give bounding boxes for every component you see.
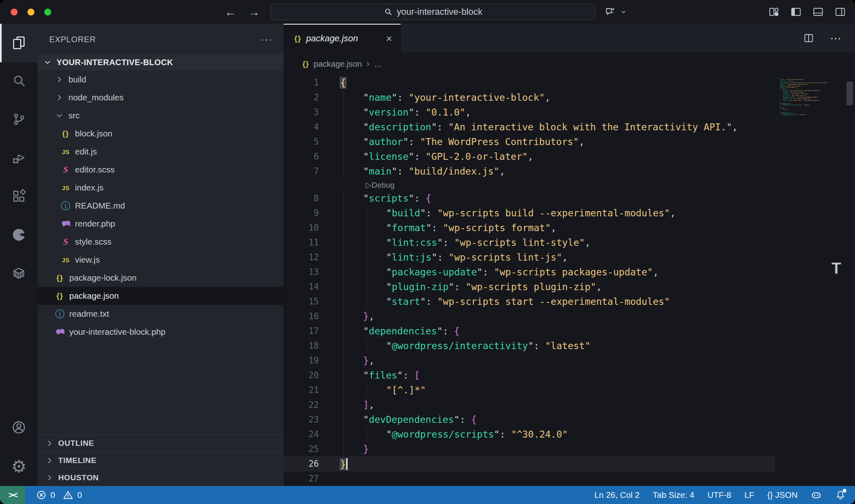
- code-line-5[interactable]: 5"author": "The WordPress Contributors",: [284, 134, 775, 149]
- code-line-19[interactable]: 19},: [284, 353, 775, 368]
- go-back-button[interactable]: ←: [225, 5, 236, 19]
- activity-settings[interactable]: ⚙: [0, 447, 38, 486]
- codelens-debug[interactable]: ▷Debug: [284, 179, 775, 191]
- code-line-8[interactable]: 8"scripts": {: [284, 191, 775, 206]
- json-file-icon: {}: [302, 60, 309, 68]
- tree-item-view.js[interactable]: JSview.js: [38, 251, 284, 269]
- breadcrumb-symbol[interactable]: …: [374, 59, 382, 69]
- status-lf[interactable]: LF: [744, 490, 754, 500]
- explorer-sidebar: EXPLORER ··· YOUR-INTERACTIVE-BLOCK buil…: [38, 24, 284, 486]
- tree-item-node_modules[interactable]: node_modules: [38, 89, 284, 107]
- tab-package-json[interactable]: {} package.json ×: [284, 24, 401, 52]
- code-line-25[interactable]: 25}: [284, 442, 775, 456]
- code-line-22[interactable]: 22],: [284, 397, 775, 412]
- code-line-15[interactable]: 15"start": "wp-scripts start --experimen…: [284, 294, 775, 309]
- activity-explorer[interactable]: [0, 24, 38, 62]
- status-tab-size-4[interactable]: Tab Size: 4: [653, 490, 694, 500]
- tree-item-build[interactable]: build: [38, 70, 284, 89]
- close-window-button[interactable]: [11, 9, 18, 16]
- tree-item-editor.scss[interactable]: Seditor.scss: [38, 161, 284, 179]
- section-timeline[interactable]: TIMELINE: [38, 452, 284, 469]
- code-line-7[interactable]: 7"main": "build/index.js",: [284, 164, 775, 179]
- activity-run-and-debug[interactable]: [0, 139, 38, 178]
- tree-item-your-interactive-block.php[interactable]: your-interactive-block.php: [38, 323, 284, 341]
- tree-item-block.json[interactable]: {}block.json: [38, 125, 284, 143]
- status-ln-26-col-2[interactable]: Ln 26, Col 2: [594, 490, 640, 500]
- code-line-14[interactable]: 14"plugin-zip": "wp-scripts plugin-zip",: [284, 279, 775, 294]
- code-line-3[interactable]: 3"version": "0.1.0",: [284, 105, 775, 120]
- remote-indicator[interactable]: ><: [0, 486, 25, 504]
- tree-item-README.md[interactable]: ⓘREADME.md: [38, 197, 284, 215]
- code-line-6[interactable]: 6"license": "GPL-2.0-or-later",: [284, 149, 775, 164]
- breadcrumb[interactable]: {} package.json › …: [284, 52, 855, 75]
- customize-layout-button[interactable]: [768, 6, 780, 18]
- code-line-21[interactable]: 21"[^.]*": [284, 383, 775, 397]
- code-line-23[interactable]: 23"devDependencies": {: [284, 412, 775, 427]
- code-line-27[interactable]: 27: [284, 471, 775, 486]
- text-cursor: [346, 458, 348, 470]
- status-notifications[interactable]: [835, 490, 846, 501]
- layout-controls: [768, 0, 846, 24]
- tree-item-readme.txt[interactable]: ⓘreadme.txt: [38, 305, 284, 323]
- zoom-window-button[interactable]: [44, 9, 51, 16]
- code-line-16[interactable]: 16},: [284, 309, 775, 324]
- go-forward-button[interactable]: →: [248, 5, 260, 19]
- line-number: 12: [284, 252, 340, 262]
- breadcrumb-file[interactable]: package.json: [314, 59, 362, 69]
- status-utf-8[interactable]: UTF-8: [707, 490, 731, 500]
- tree-item-package.json[interactable]: {}package.json: [38, 287, 284, 305]
- split-editor-icon[interactable]: [803, 32, 814, 44]
- status-copilot[interactable]: [811, 490, 822, 501]
- explorer-more-actions[interactable]: ···: [261, 34, 273, 45]
- problems-status[interactable]: 00: [36, 490, 86, 500]
- sidebar-sections: OUTLINETIMELINEHOUSTON: [38, 434, 284, 486]
- activity-extensions[interactable]: [0, 178, 38, 216]
- tree-item-src[interactable]: src: [38, 107, 284, 125]
- errors-count: 0: [50, 490, 55, 500]
- code-line-18[interactable]: 18"@wordpress/interactivity": "latest": [284, 338, 775, 353]
- workspace-root-row[interactable]: YOUR-INTERACTIVE-BLOCK: [38, 54, 284, 70]
- minimap[interactable]: { "name": "your-interactive-block", "ver…: [777, 77, 841, 119]
- section-houston[interactable]: HOUSTON: [38, 469, 284, 486]
- code-line-9[interactable]: 9"build": "wp-scripts build --experiment…: [284, 206, 775, 220]
- code-line-26[interactable]: 26}: [284, 456, 775, 471]
- line-number: 25: [284, 444, 340, 454]
- code-line-13[interactable]: 13"packages-update": "wp-scripts package…: [284, 265, 775, 279]
- editor-more-actions-icon[interactable]: ⋯: [830, 32, 843, 45]
- code-line-17[interactable]: 17"dependencies": {: [284, 324, 775, 338]
- tree-item-style.scss[interactable]: Sstyle.scss: [38, 233, 284, 251]
- activity-accounts[interactable]: [0, 409, 38, 447]
- minimize-window-button[interactable]: [27, 9, 34, 16]
- tree-item-index.js[interactable]: JSindex.js: [38, 179, 284, 197]
- tree-item-label: package.json: [69, 291, 119, 301]
- code-line-2[interactable]: 2"name": "your-interactive-block",: [284, 90, 775, 105]
- close-tab-icon[interactable]: ×: [386, 33, 392, 44]
- tree-item-render.php[interactable]: render.php: [38, 215, 284, 233]
- code-line-10[interactable]: 10"format": "wp-scripts format",: [284, 220, 775, 235]
- copilot-chat-button[interactable]: [604, 0, 627, 24]
- activity-containers[interactable]: [0, 255, 38, 293]
- code-line-24[interactable]: 24"@wordpress/scripts": "^30.24.0": [284, 427, 775, 442]
- code-line-4[interactable]: 4"description": "An interactive block wi…: [284, 120, 775, 134]
- scrollbar-thumb[interactable]: [846, 82, 853, 105]
- tree-item-package-lock.json[interactable]: {}package-lock.json: [38, 269, 284, 287]
- code-line-20[interactable]: 20"files": [: [284, 368, 775, 383]
- tree-item-label: node_modules: [68, 93, 124, 102]
- activity-search[interactable]: [0, 62, 38, 101]
- code-editor[interactable]: 1{2"name": "your-interactive-block",3"ve…: [284, 75, 855, 486]
- line-number: 13: [284, 267, 340, 277]
- line-number: 4: [284, 122, 340, 132]
- activity-houston-extension[interactable]: [0, 216, 38, 255]
- status-bar: >< 00 Ln 26, Col 2Tab Size: 4UTF-8LF{} J…: [0, 486, 855, 504]
- status-json[interactable]: {} JSON: [767, 490, 798, 500]
- toggle-panel-button[interactable]: [812, 6, 824, 18]
- section-outline[interactable]: OUTLINE: [38, 434, 284, 452]
- command-center-search[interactable]: your-interactive-block: [271, 4, 595, 20]
- activity-source-control[interactable]: [0, 101, 38, 139]
- code-line-12[interactable]: 12"lint:js": "wp-scripts lint-js",: [284, 250, 775, 265]
- code-line-1[interactable]: 1{: [284, 75, 775, 90]
- tree-item-edit.js[interactable]: JSedit.js: [38, 143, 284, 161]
- toggle-secondary-sidebar-button[interactable]: [835, 6, 846, 18]
- code-line-11[interactable]: 11"lint:css": "wp-scripts lint-style",: [284, 235, 775, 250]
- toggle-primary-sidebar-button[interactable]: [790, 6, 802, 18]
